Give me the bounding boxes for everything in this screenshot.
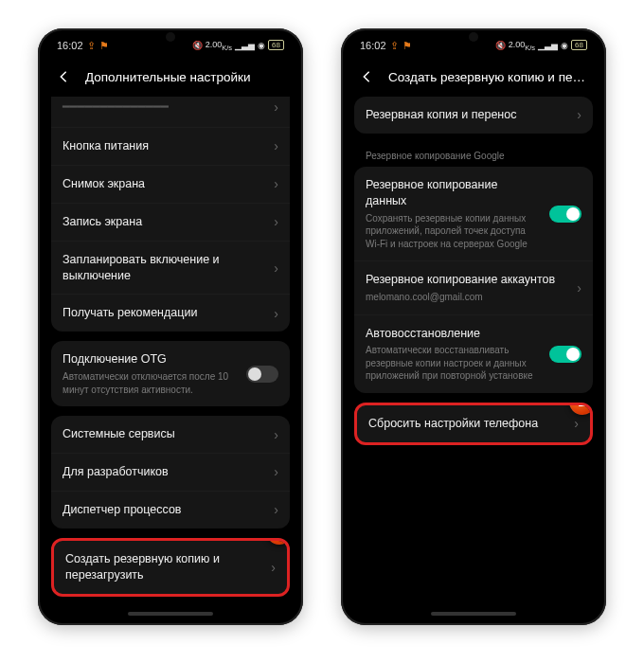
settings-row-reset-phone-highlighted: 2 Сбросить настройки телефона › (354, 403, 593, 445)
toggle-otg[interactable] (246, 366, 278, 383)
chevron-right-icon: › (274, 306, 278, 321)
chevron-right-icon: › (274, 176, 278, 191)
page-header: Дополнительные настройки (44, 57, 297, 97)
settings-content: ━━━━━━━━━━━━━━ › Кнопка питания › Снимок… (44, 97, 297, 609)
status-time: 16:02 (360, 40, 386, 51)
settings-group-otg: Подключение OTG Автоматически отключаетс… (51, 341, 290, 406)
phone-left: 16:02 ⇪ ⚑ 🔇 2.00K/s ▁▃▅ ◉ 68 Дополнитель… (38, 28, 303, 625)
settings-row-truncated[interactable]: ━━━━━━━━━━━━━━ › (51, 97, 290, 127)
settings-group-3: Системные сервисы › Для разработчиков › … (51, 416, 290, 529)
chevron-right-icon: › (274, 260, 278, 276)
toggle-autorestore[interactable] (549, 346, 581, 363)
chevron-right-icon: › (274, 502, 278, 517)
chevron-right-icon: › (274, 214, 278, 229)
back-arrow-icon[interactable] (356, 66, 377, 87)
mute-icon: 🔇 (192, 41, 203, 50)
page-header: Создать резервную копию и перезаг... (347, 57, 600, 97)
settings-row-developer[interactable]: Для разработчиков › (51, 453, 290, 491)
chevron-right-icon: › (274, 464, 278, 479)
settings-row-process-manager[interactable]: Диспетчер процессов › (51, 491, 290, 529)
settings-group-1: ━━━━━━━━━━━━━━ › Кнопка питания › Снимок… (51, 97, 290, 332)
page-title: Дополнительные настройки (85, 70, 288, 84)
toggle-data-backup[interactable] (549, 206, 581, 223)
camera-notch (469, 32, 478, 42)
wifi-icon: ◉ (561, 41, 568, 50)
chevron-right-icon: › (274, 138, 278, 153)
chevron-right-icon: › (274, 99, 278, 115)
phone-right: 16:02 ⇪ ⚑ 🔇 2.00K/s ▁▃▅ ◉ 68 Создать рез… (341, 28, 606, 625)
bookmark-icon: ⚑ (99, 40, 109, 52)
battery-icon: 68 (268, 40, 284, 50)
settings-row-recommendations[interactable]: Получать рекомендации › (51, 294, 290, 332)
mute-icon: 🔇 (495, 41, 506, 50)
wifi-icon: ◉ (258, 41, 265, 50)
settings-row-account-backup[interactable]: Резервное копирование аккаунтов melomano… (354, 260, 593, 314)
net-speed: 2.00K/s (206, 40, 232, 52)
bookmark-icon: ⚑ (402, 40, 412, 52)
settings-row-data-backup[interactable]: Резервное копирование данных Сохранять р… (354, 167, 593, 260)
settings-row-backup-transfer[interactable]: Резервная копия и перенос › (354, 97, 593, 134)
settings-row-scheduled-power[interactable]: Запланировать включение и выключение › (51, 241, 290, 295)
chevron-right-icon: › (574, 416, 579, 431)
camera-notch (166, 32, 175, 42)
settings-group-backup-transfer: Резервная копия и перенос › (354, 97, 593, 134)
gesture-bar (431, 612, 516, 616)
page-title: Создать резервную копию и перезаг... (388, 70, 591, 84)
screen-right: 16:02 ⇪ ⚑ 🔇 2.00K/s ▁▃▅ ◉ 68 Создать рез… (347, 34, 600, 619)
section-google-backup: Резервное копирование Google (354, 143, 593, 167)
settings-row-autorestore[interactable]: Автовосстановление Автоматически восстан… (354, 314, 593, 393)
signal-icon: ▁▃▅ (538, 41, 558, 50)
back-arrow-icon[interactable] (53, 66, 74, 87)
cast-icon: ⇪ (87, 40, 96, 52)
settings-row-backup-reset-highlighted: 1 Создать резервную копию и перезагрузит… (51, 538, 290, 597)
settings-row-screen-record[interactable]: Запись экрана › (51, 203, 290, 241)
settings-row-reset-phone[interactable]: Сбросить настройки телефона › (357, 405, 590, 442)
chevron-right-icon: › (274, 427, 278, 442)
settings-row-screenshot[interactable]: Снимок экрана › (51, 165, 290, 203)
cast-icon: ⇪ (390, 40, 399, 52)
chevron-right-icon: › (577, 280, 581, 296)
screen-left: 16:02 ⇪ ⚑ 🔇 2.00K/s ▁▃▅ ◉ 68 Дополнитель… (44, 34, 297, 619)
status-time: 16:02 (57, 40, 83, 51)
settings-row-power-button[interactable]: Кнопка питания › (51, 127, 290, 165)
signal-icon: ▁▃▅ (235, 41, 255, 50)
settings-content: Резервная копия и перенос › Резервное ко… (347, 97, 600, 609)
gesture-bar (128, 612, 213, 616)
battery-icon: 68 (571, 40, 587, 50)
settings-row-otg[interactable]: Подключение OTG Автоматически отключаетс… (51, 341, 290, 406)
chevron-right-icon: › (271, 560, 276, 575)
settings-group-google-backup: Резервное копирование данных Сохранять р… (354, 167, 593, 393)
settings-row-system-services[interactable]: Системные сервисы › (51, 416, 290, 453)
net-speed: 2.00K/s (509, 40, 535, 52)
settings-row-backup-reset[interactable]: Создать резервную копию и перезагрузить … (54, 541, 287, 594)
chevron-right-icon: › (577, 107, 581, 122)
